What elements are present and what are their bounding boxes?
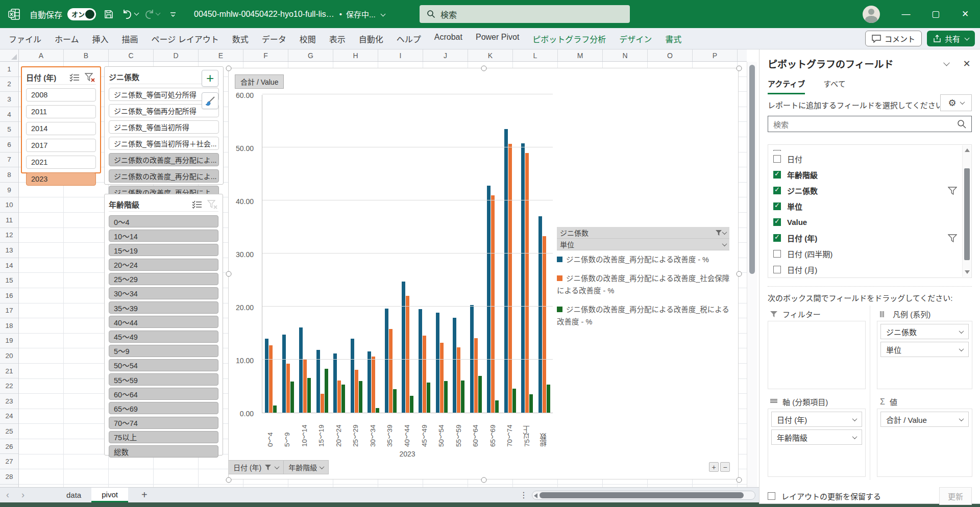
selection-handle[interactable] <box>226 477 232 483</box>
autosave-toggle[interactable]: オン <box>67 8 96 20</box>
column-header[interactable]: E <box>199 49 243 61</box>
value-field-button[interactable]: 合計 / Value <box>235 74 284 89</box>
ribbon-tab[interactable]: ファイル <box>2 33 48 45</box>
more-options-dots-icon[interactable]: ⋮ <box>520 490 528 500</box>
maximize-button[interactable]: ▢ <box>921 0 950 28</box>
bar[interactable] <box>487 186 491 413</box>
bar[interactable] <box>282 335 286 413</box>
bar[interactable] <box>453 318 456 413</box>
bar[interactable] <box>307 378 311 413</box>
field-checkbox[interactable] <box>773 218 781 226</box>
field-checkbox[interactable] <box>773 250 781 258</box>
slicer-item[interactable]: ジニ係数_等価当初所得＋社会... <box>109 137 219 150</box>
bar[interactable] <box>478 376 482 413</box>
slicer-item[interactable]: 2021 <box>26 156 96 169</box>
selection-handle[interactable] <box>737 271 742 277</box>
row-header[interactable]: 8 <box>0 167 18 183</box>
save-icon[interactable] <box>100 6 117 23</box>
slicer-item[interactable]: 70～74 <box>109 417 218 429</box>
bar[interactable] <box>333 353 337 413</box>
column-header[interactable]: C <box>109 49 154 61</box>
bar[interactable] <box>321 394 324 413</box>
ribbon-tab[interactable]: 校閲 <box>293 33 323 45</box>
slicer-item[interactable]: 5～9 <box>109 345 218 357</box>
slicer-item[interactable]: 2017 <box>26 139 96 152</box>
row-header[interactable]: 28 <box>0 469 18 485</box>
defer-layout-checkbox[interactable] <box>768 492 775 500</box>
bar[interactable] <box>529 394 533 413</box>
minimize-button[interactable]: — <box>891 0 921 28</box>
row-header[interactable]: 6 <box>0 137 18 153</box>
slicer-item[interactable]: 45～49 <box>109 331 218 343</box>
field-checkbox[interactable] <box>773 266 781 273</box>
vertical-scrollbar-thumb[interactable] <box>749 65 755 274</box>
document-title[interactable]: 00450-mhlw-00450422-hyo10-full-lis… <box>194 10 334 19</box>
ribbon-tab[interactable]: Power Pivot <box>469 33 526 42</box>
slicer-item[interactable]: ジニ係数_等価当初所得 <box>109 120 219 134</box>
values-drop-area[interactable]: 合計 / Value <box>877 409 972 477</box>
bar[interactable] <box>376 408 379 413</box>
bar[interactable] <box>525 153 529 413</box>
legend-entry[interactable]: ジニ係数の改善度_再分配による改善度_税による改善度 - % <box>557 304 737 328</box>
ribbon-tab[interactable]: Acrobat <box>428 33 469 42</box>
bar[interactable] <box>419 309 422 413</box>
field-checkbox[interactable] <box>773 171 781 179</box>
selection-handle[interactable] <box>737 66 742 71</box>
bar[interactable] <box>508 144 512 413</box>
multi-select-icon[interactable] <box>191 199 203 210</box>
field-checkbox[interactable] <box>773 202 781 210</box>
ribbon-tab[interactable]: ピボットグラフ分析 <box>526 33 612 45</box>
scroll-left-icon[interactable] <box>534 493 537 498</box>
column-header[interactable]: H <box>333 49 378 61</box>
field-list-item[interactable]: 日付 (四半期) <box>773 246 971 262</box>
bar[interactable] <box>512 389 516 413</box>
search-input[interactable]: 検索 <box>420 5 630 23</box>
row-header[interactable]: 11 <box>0 213 18 228</box>
bar[interactable] <box>269 345 273 413</box>
add-sheet-button[interactable]: + <box>141 489 148 501</box>
slicer-item[interactable]: 50～54 <box>109 359 218 371</box>
row-header[interactable]: 19 <box>0 334 18 349</box>
row-header[interactable]: 26 <box>0 439 18 454</box>
column-header[interactable]: J <box>423 49 468 61</box>
sheet-nav-left-icon[interactable]: ‹ <box>0 490 15 500</box>
bar[interactable] <box>393 389 397 413</box>
account-avatar[interactable] <box>863 6 880 23</box>
slicer-item[interactable]: 15～19 <box>109 244 218 256</box>
field-pill[interactable]: 合計 / Value <box>880 412 969 427</box>
bar[interactable] <box>440 343 444 413</box>
row-header[interactable]: 7 <box>0 153 18 168</box>
saving-status[interactable]: • 保存中... <box>339 9 385 19</box>
row-header[interactable]: 25 <box>0 424 18 439</box>
slicer-item[interactable]: 2011 <box>26 105 96 118</box>
row-header[interactable]: 4 <box>0 107 18 122</box>
axis-drop-area[interactable]: 日付 (年)年齢階級 <box>768 409 866 477</box>
undo-icon[interactable] <box>121 6 139 23</box>
row-header[interactable]: 1 <box>0 62 18 77</box>
slicer-item[interactable]: 75以上 <box>109 431 218 443</box>
vertical-scrollbar[interactable] <box>747 62 757 487</box>
slicer-item[interactable]: 2023 <box>26 172 96 186</box>
row-header[interactable]: 27 <box>0 454 18 469</box>
pane-collapse-chevron-icon[interactable] <box>940 59 952 69</box>
slicer-item[interactable]: 2014 <box>26 122 96 135</box>
field-pill[interactable]: ジニ係数 <box>880 324 969 339</box>
bar[interactable] <box>444 381 448 413</box>
chart-styles-brush-button[interactable] <box>202 92 218 109</box>
field-pill[interactable]: 日付 (年) <box>771 412 862 427</box>
field-list-item[interactable]: 日付 (月) <box>773 262 971 277</box>
legend-field-button[interactable]: ジニ係数 <box>557 227 729 239</box>
bar[interactable] <box>359 381 362 413</box>
select-all-corner[interactable] <box>0 49 19 62</box>
column-header[interactable]: O <box>648 49 693 61</box>
legend-drop-area[interactable]: ジニ係数単位 <box>877 321 972 389</box>
row-header[interactable]: 16 <box>0 288 18 303</box>
bar[interactable] <box>299 327 303 413</box>
selection-handle[interactable] <box>481 66 487 71</box>
ribbon-tab[interactable]: 数式 <box>226 33 255 45</box>
pane-tab[interactable]: アクティブ <box>768 78 805 94</box>
slicer-item[interactable]: 2008 <box>26 88 96 102</box>
bar[interactable] <box>406 296 409 413</box>
scroll-up-icon[interactable] <box>965 148 970 152</box>
field-list-scrollbar[interactable] <box>962 145 971 277</box>
